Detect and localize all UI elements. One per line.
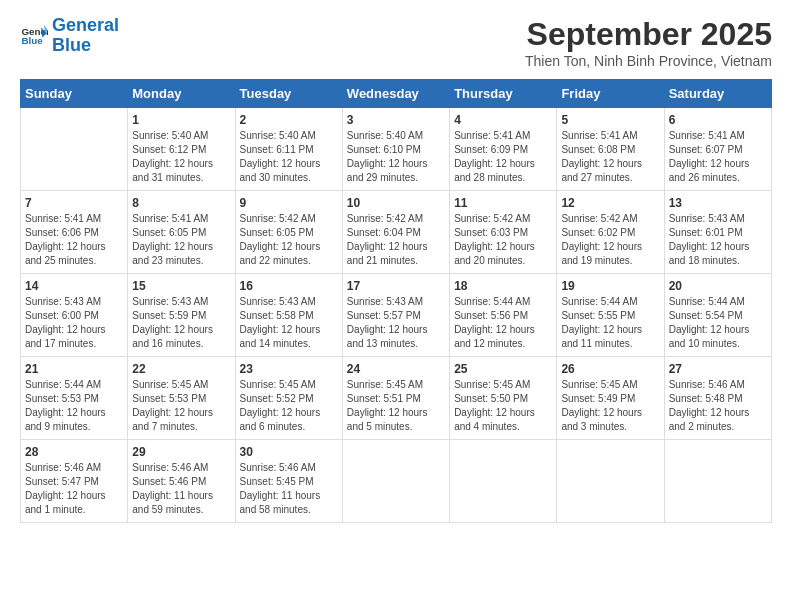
calendar-cell: 2Sunrise: 5:40 AM Sunset: 6:11 PM Daylig… bbox=[235, 108, 342, 191]
calendar-cell: 12Sunrise: 5:42 AM Sunset: 6:02 PM Dayli… bbox=[557, 191, 664, 274]
calendar-cell: 10Sunrise: 5:42 AM Sunset: 6:04 PM Dayli… bbox=[342, 191, 449, 274]
day-info: Sunrise: 5:43 AM Sunset: 5:58 PM Dayligh… bbox=[240, 295, 338, 351]
calendar-week-1: 1Sunrise: 5:40 AM Sunset: 6:12 PM Daylig… bbox=[21, 108, 772, 191]
calendar-cell: 13Sunrise: 5:43 AM Sunset: 6:01 PM Dayli… bbox=[664, 191, 771, 274]
calendar-cell: 27Sunrise: 5:46 AM Sunset: 5:48 PM Dayli… bbox=[664, 357, 771, 440]
day-number: 30 bbox=[240, 445, 338, 459]
weekday-header-thursday: Thursday bbox=[450, 80, 557, 108]
day-info: Sunrise: 5:46 AM Sunset: 5:46 PM Dayligh… bbox=[132, 461, 230, 517]
day-number: 5 bbox=[561, 113, 659, 127]
calendar-cell: 28Sunrise: 5:46 AM Sunset: 5:47 PM Dayli… bbox=[21, 440, 128, 523]
day-number: 15 bbox=[132, 279, 230, 293]
calendar-cell: 19Sunrise: 5:44 AM Sunset: 5:55 PM Dayli… bbox=[557, 274, 664, 357]
weekday-header-wednesday: Wednesday bbox=[342, 80, 449, 108]
svg-text:Blue: Blue bbox=[21, 35, 43, 46]
day-number: 16 bbox=[240, 279, 338, 293]
page-header: General Blue General Blue September 2025… bbox=[20, 16, 772, 69]
calendar-cell bbox=[664, 440, 771, 523]
logo-icon: General Blue bbox=[20, 22, 48, 50]
day-info: Sunrise: 5:43 AM Sunset: 5:57 PM Dayligh… bbox=[347, 295, 445, 351]
month-title: September 2025 bbox=[525, 16, 772, 53]
location-subtitle: Thien Ton, Ninh Binh Province, Vietnam bbox=[525, 53, 772, 69]
day-info: Sunrise: 5:43 AM Sunset: 5:59 PM Dayligh… bbox=[132, 295, 230, 351]
day-number: 2 bbox=[240, 113, 338, 127]
calendar-cell: 8Sunrise: 5:41 AM Sunset: 6:05 PM Daylig… bbox=[128, 191, 235, 274]
day-info: Sunrise: 5:42 AM Sunset: 6:04 PM Dayligh… bbox=[347, 212, 445, 268]
day-number: 3 bbox=[347, 113, 445, 127]
day-info: Sunrise: 5:40 AM Sunset: 6:12 PM Dayligh… bbox=[132, 129, 230, 185]
calendar-cell: 26Sunrise: 5:45 AM Sunset: 5:49 PM Dayli… bbox=[557, 357, 664, 440]
day-info: Sunrise: 5:40 AM Sunset: 6:11 PM Dayligh… bbox=[240, 129, 338, 185]
calendar-cell: 4Sunrise: 5:41 AM Sunset: 6:09 PM Daylig… bbox=[450, 108, 557, 191]
day-number: 23 bbox=[240, 362, 338, 376]
day-number: 12 bbox=[561, 196, 659, 210]
calendar-cell: 7Sunrise: 5:41 AM Sunset: 6:06 PM Daylig… bbox=[21, 191, 128, 274]
calendar-table: SundayMondayTuesdayWednesdayThursdayFrid… bbox=[20, 79, 772, 523]
day-info: Sunrise: 5:44 AM Sunset: 5:55 PM Dayligh… bbox=[561, 295, 659, 351]
calendar-cell: 5Sunrise: 5:41 AM Sunset: 6:08 PM Daylig… bbox=[557, 108, 664, 191]
calendar-cell: 22Sunrise: 5:45 AM Sunset: 5:53 PM Dayli… bbox=[128, 357, 235, 440]
day-number: 4 bbox=[454, 113, 552, 127]
calendar-week-5: 28Sunrise: 5:46 AM Sunset: 5:47 PM Dayli… bbox=[21, 440, 772, 523]
calendar-cell: 23Sunrise: 5:45 AM Sunset: 5:52 PM Dayli… bbox=[235, 357, 342, 440]
calendar-cell bbox=[21, 108, 128, 191]
day-info: Sunrise: 5:41 AM Sunset: 6:09 PM Dayligh… bbox=[454, 129, 552, 185]
day-number: 14 bbox=[25, 279, 123, 293]
weekday-header-saturday: Saturday bbox=[664, 80, 771, 108]
calendar-cell: 3Sunrise: 5:40 AM Sunset: 6:10 PM Daylig… bbox=[342, 108, 449, 191]
calendar-cell: 20Sunrise: 5:44 AM Sunset: 5:54 PM Dayli… bbox=[664, 274, 771, 357]
day-info: Sunrise: 5:41 AM Sunset: 6:07 PM Dayligh… bbox=[669, 129, 767, 185]
day-info: Sunrise: 5:43 AM Sunset: 6:01 PM Dayligh… bbox=[669, 212, 767, 268]
calendar-cell bbox=[557, 440, 664, 523]
calendar-cell bbox=[342, 440, 449, 523]
day-info: Sunrise: 5:44 AM Sunset: 5:54 PM Dayligh… bbox=[669, 295, 767, 351]
calendar-cell: 18Sunrise: 5:44 AM Sunset: 5:56 PM Dayli… bbox=[450, 274, 557, 357]
day-number: 29 bbox=[132, 445, 230, 459]
calendar-cell bbox=[450, 440, 557, 523]
day-number: 26 bbox=[561, 362, 659, 376]
day-info: Sunrise: 5:45 AM Sunset: 5:51 PM Dayligh… bbox=[347, 378, 445, 434]
weekday-header-sunday: Sunday bbox=[21, 80, 128, 108]
calendar-week-4: 21Sunrise: 5:44 AM Sunset: 5:53 PM Dayli… bbox=[21, 357, 772, 440]
day-info: Sunrise: 5:44 AM Sunset: 5:56 PM Dayligh… bbox=[454, 295, 552, 351]
weekday-header-friday: Friday bbox=[557, 80, 664, 108]
calendar-cell: 16Sunrise: 5:43 AM Sunset: 5:58 PM Dayli… bbox=[235, 274, 342, 357]
day-number: 1 bbox=[132, 113, 230, 127]
weekday-header-monday: Monday bbox=[128, 80, 235, 108]
calendar-cell: 6Sunrise: 5:41 AM Sunset: 6:07 PM Daylig… bbox=[664, 108, 771, 191]
calendar-cell: 1Sunrise: 5:40 AM Sunset: 6:12 PM Daylig… bbox=[128, 108, 235, 191]
day-info: Sunrise: 5:43 AM Sunset: 6:00 PM Dayligh… bbox=[25, 295, 123, 351]
calendar-cell: 15Sunrise: 5:43 AM Sunset: 5:59 PM Dayli… bbox=[128, 274, 235, 357]
calendar-week-2: 7Sunrise: 5:41 AM Sunset: 6:06 PM Daylig… bbox=[21, 191, 772, 274]
day-number: 21 bbox=[25, 362, 123, 376]
day-number: 17 bbox=[347, 279, 445, 293]
weekday-header-tuesday: Tuesday bbox=[235, 80, 342, 108]
day-info: Sunrise: 5:42 AM Sunset: 6:02 PM Dayligh… bbox=[561, 212, 659, 268]
day-info: Sunrise: 5:41 AM Sunset: 6:08 PM Dayligh… bbox=[561, 129, 659, 185]
day-info: Sunrise: 5:42 AM Sunset: 6:05 PM Dayligh… bbox=[240, 212, 338, 268]
day-info: Sunrise: 5:42 AM Sunset: 6:03 PM Dayligh… bbox=[454, 212, 552, 268]
day-number: 11 bbox=[454, 196, 552, 210]
calendar-cell: 17Sunrise: 5:43 AM Sunset: 5:57 PM Dayli… bbox=[342, 274, 449, 357]
calendar-cell: 29Sunrise: 5:46 AM Sunset: 5:46 PM Dayli… bbox=[128, 440, 235, 523]
calendar-cell: 30Sunrise: 5:46 AM Sunset: 5:45 PM Dayli… bbox=[235, 440, 342, 523]
day-number: 18 bbox=[454, 279, 552, 293]
day-number: 19 bbox=[561, 279, 659, 293]
day-number: 20 bbox=[669, 279, 767, 293]
day-info: Sunrise: 5:46 AM Sunset: 5:47 PM Dayligh… bbox=[25, 461, 123, 517]
calendar-cell: 9Sunrise: 5:42 AM Sunset: 6:05 PM Daylig… bbox=[235, 191, 342, 274]
day-number: 6 bbox=[669, 113, 767, 127]
day-info: Sunrise: 5:45 AM Sunset: 5:49 PM Dayligh… bbox=[561, 378, 659, 434]
day-number: 22 bbox=[132, 362, 230, 376]
day-number: 13 bbox=[669, 196, 767, 210]
calendar-cell: 25Sunrise: 5:45 AM Sunset: 5:50 PM Dayli… bbox=[450, 357, 557, 440]
calendar-cell: 14Sunrise: 5:43 AM Sunset: 6:00 PM Dayli… bbox=[21, 274, 128, 357]
calendar-cell: 24Sunrise: 5:45 AM Sunset: 5:51 PM Dayli… bbox=[342, 357, 449, 440]
logo-text-line2: Blue bbox=[52, 36, 119, 56]
title-block: September 2025 Thien Ton, Ninh Binh Prov… bbox=[525, 16, 772, 69]
day-info: Sunrise: 5:45 AM Sunset: 5:50 PM Dayligh… bbox=[454, 378, 552, 434]
day-info: Sunrise: 5:45 AM Sunset: 5:53 PM Dayligh… bbox=[132, 378, 230, 434]
day-info: Sunrise: 5:46 AM Sunset: 5:45 PM Dayligh… bbox=[240, 461, 338, 517]
day-number: 10 bbox=[347, 196, 445, 210]
logo: General Blue General Blue bbox=[20, 16, 119, 56]
